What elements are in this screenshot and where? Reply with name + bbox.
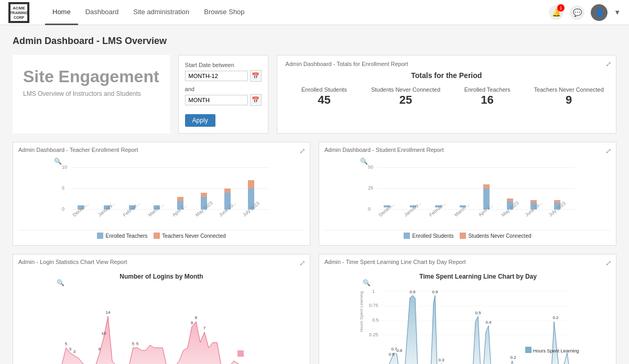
svg-text:0.6: 0.6 — [388, 352, 395, 357]
svg-text:25: 25 — [368, 185, 373, 191]
nav-dashboard[interactable]: Dashboard — [78, 0, 126, 25]
chat-icon[interactable]: 💬 — [570, 5, 584, 20]
and-label: and — [185, 86, 262, 92]
nav-browse-shop[interactable]: Browse Shop — [197, 0, 252, 25]
svg-rect-44 — [483, 184, 490, 189]
students-never-value: 25 — [367, 93, 444, 107]
login-stats-chart: Number of Logins by Month 🔍 14 10 5 3 — [18, 269, 305, 364]
svg-text:January...: January... — [97, 201, 116, 218]
svg-text:5: 5 — [65, 341, 68, 346]
login-chart-expand-icon[interactable]: ⤢ — [299, 259, 306, 267]
teacher-enrollment-panel: Admin Dashboard - Teacher Enrollment Rep… — [13, 142, 310, 246]
logo: ACME TRAINING CORP — [8, 2, 32, 23]
svg-text:🔍: 🔍 — [57, 279, 64, 286]
login-stats-panel: Admin - Login Statistics Chart View Repo… — [13, 254, 310, 364]
legend-students-never: Students Never Connected — [460, 233, 531, 239]
login-chart-title: Admin - Login Statistics Chart View Repo… — [18, 259, 305, 265]
notification-badge: 1 — [557, 4, 565, 12]
svg-text:🔍: 🔍 — [363, 279, 371, 286]
enrolled-teachers-value: 16 — [449, 93, 526, 107]
students-never-dot — [460, 233, 466, 239]
site-engagement-subtitle: LMS Overview of Instructors and Students — [23, 90, 159, 97]
svg-text:6: 6 — [99, 347, 101, 351]
apply-button[interactable]: Apply — [185, 114, 215, 127]
time-spent-panel: Admin - Time Spent Learning Line Chart b… — [319, 254, 616, 364]
totals-students-never: Students Never Connected 25 — [367, 86, 444, 107]
totals-expand-icon[interactable]: ⤢ — [605, 60, 612, 68]
main-content: Admin Dashboard - LMS Overview Site Enga… — [0, 25, 629, 364]
student-chart-legend: Enrolled Students Students Never Connect… — [324, 230, 611, 241]
svg-text:3: 3 — [73, 349, 76, 354]
students-never-label: Students Never Connected — [367, 86, 444, 93]
teachers-never-dot — [154, 233, 160, 239]
enrolled-teachers-label: Enrolled Teachers — [449, 86, 526, 93]
time-chart-expand-icon[interactable]: ⤢ — [605, 259, 612, 267]
page-title: Admin Dashboard - LMS Overview — [13, 36, 616, 47]
teacher-chart-expand-icon[interactable]: ⤢ — [299, 147, 306, 155]
svg-rect-48 — [530, 200, 537, 203]
svg-text:🔍: 🔍 — [54, 157, 62, 165]
teachers-never-value: 9 — [530, 93, 608, 107]
svg-text:5: 5 — [132, 341, 135, 346]
svg-marker-61 — [61, 316, 266, 364]
nav-right: 🔔 1 💬 👤 ▼ — [549, 4, 621, 21]
totals-panel-title: Admin Dashboard - Totals for Enrollment … — [286, 61, 608, 67]
nav-links: Home Dashboard Site administration Brows… — [45, 0, 252, 25]
svg-text:0: 0 — [62, 206, 64, 212]
students-never-legend-label: Students Never Connected — [468, 233, 531, 239]
teacher-chart-title: Admin Dashboard - Teacher Enrollment Rep… — [18, 147, 305, 153]
site-engagement-heading: Site Engagement — [23, 68, 159, 86]
totals-teachers-never: Teachers Never Connected 9 — [530, 86, 608, 107]
end-date-calendar-icon[interactable]: 📅 — [250, 94, 262, 106]
svg-text:10: 10 — [102, 331, 106, 336]
totals-panel: Admin Dashboard - Totals for Enrollment … — [277, 55, 616, 134]
teachers-never-label: Teachers Never Connected — [530, 86, 608, 93]
svg-text:Hours Spent Learning: Hours Spent Learning — [533, 348, 579, 354]
svg-text:Februar...: Februar... — [428, 201, 447, 217]
svg-text:3: 3 — [69, 347, 72, 351]
nav-site-admin[interactable]: Site administration — [126, 0, 197, 25]
svg-text:Time Spent Learning Line Chart: Time Spent Learning Line Chart by Day — [419, 273, 537, 280]
start-date-row: 📅 — [185, 70, 262, 82]
student-chart-expand-icon[interactable]: ⤢ — [605, 147, 612, 155]
navbar: ACME TRAINING CORP Home Dashboard Site a… — [0, 0, 629, 25]
top-section: Site Engagement LMS Overview of Instruct… — [13, 55, 616, 134]
svg-text:1: 1 — [372, 289, 375, 294]
svg-text:0: 0 — [368, 206, 371, 212]
totals-enrolled-students: Enrolled Students 45 — [286, 86, 363, 107]
time-chart-panel-title: Admin - Time Spent Learning Line Chart b… — [324, 259, 611, 265]
svg-text:0.2: 0.2 — [510, 355, 516, 360]
legend-enrolled-students: Enrolled Students — [404, 233, 453, 239]
user-dropdown-icon[interactable]: ▼ — [614, 8, 621, 16]
enrolled-students-dot — [404, 233, 410, 239]
svg-rect-46 — [507, 198, 513, 201]
avatar[interactable]: 👤 — [591, 4, 608, 21]
student-chart-title: Admin Dashboard - Student Enrollment Rep… — [324, 147, 611, 153]
legend-teachers-never: Teachers Never Connected — [154, 233, 225, 239]
svg-text:Number of Logins by Month: Number of Logins by Month — [120, 273, 203, 280]
date-filter-panel: Start Date between 📅 and 📅 Apply — [178, 55, 268, 134]
site-engagement-panel: Site Engagement LMS Overview of Instruct… — [13, 55, 170, 134]
charts-row-2: Admin - Login Statistics Chart View Repo… — [13, 254, 616, 364]
svg-rect-17 — [177, 197, 183, 201]
svg-text:Hours Spent Learning: Hours Spent Learning — [359, 291, 364, 332]
svg-rect-73 — [237, 350, 244, 357]
start-date-calendar-icon[interactable]: 📅 — [250, 70, 262, 82]
teacher-chart-legend: Enrolled Teachers Teachers Never Connect… — [18, 230, 305, 241]
svg-rect-98 — [525, 347, 532, 353]
enrolled-students-legend-label: Enrolled Students — [412, 233, 453, 239]
enrolled-students-value: 45 — [286, 93, 363, 107]
svg-text:5: 5 — [62, 185, 64, 191]
start-date-input[interactable] — [185, 71, 248, 81]
logo-box: ACME TRAINING CORP — [8, 2, 29, 23]
totals-period-label: Totals for the Period — [286, 71, 608, 80]
svg-marker-87 — [379, 295, 570, 364]
svg-rect-21 — [224, 189, 231, 193]
svg-text:0.9: 0.9 — [409, 290, 416, 294]
teachers-never-legend-label: Teachers Never Connected — [162, 233, 225, 239]
notification-bell-icon[interactable]: 🔔 1 — [549, 5, 563, 20]
svg-rect-50 — [554, 200, 560, 203]
end-date-input[interactable] — [185, 95, 248, 105]
student-enrollment-chart: 50 25 0 🔍 — [324, 153, 611, 226]
nav-home[interactable]: Home — [45, 0, 78, 25]
